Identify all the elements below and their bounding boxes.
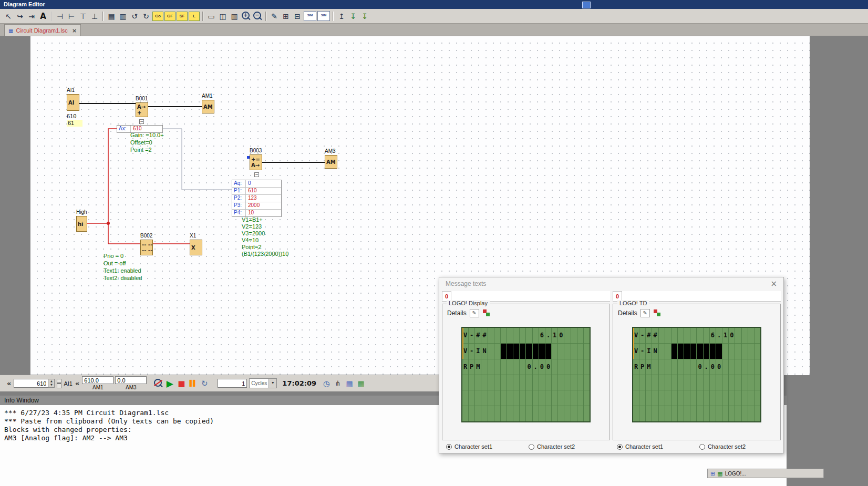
cycles-unit-select[interactable]: Cycles ▾ [249,378,277,388]
lcd-cell[interactable] [481,406,487,421]
dialog-title-bar[interactable]: Message texts × [439,277,783,291]
parameter-value[interactable]: 610 [131,126,162,132]
upload-from-device-icon[interactable]: ↥ [336,11,347,22]
lcd-cell[interactable] [584,359,590,375]
lcd-cell[interactable] [571,344,577,359]
lcd-cell[interactable] [639,406,645,421]
lcd-cell[interactable] [697,328,702,343]
lcd-cell[interactable] [488,375,494,390]
block-AM1[interactable]: AM [202,100,214,113]
lcd-cell[interactable] [678,328,684,343]
block-B001[interactable]: A→+ [136,102,148,117]
lcd-cell[interactable]: P [469,359,474,375]
lcd-cell[interactable] [684,406,690,421]
lcd-cell[interactable] [665,375,671,390]
lcd-cell[interactable] [742,359,748,375]
lcd-cell[interactable]: # [646,328,652,343]
lcd-cell[interactable] [488,406,494,421]
lcd-cell[interactable]: - [469,328,474,343]
lcd-cell[interactable] [729,390,735,406]
lcd-cell[interactable]: M [475,359,481,375]
lcd-cell[interactable] [690,359,696,375]
grid-display-icon[interactable]: ▦ [355,379,367,388]
lcd-cell[interactable] [552,344,557,359]
lcd-cell[interactable] [513,359,519,375]
lcd-cell[interactable] [755,375,760,390]
lcd-cell[interactable] [520,328,525,343]
lcd-cell[interactable] [494,328,500,343]
lcd-cell[interactable] [526,406,532,421]
lcd-cell[interactable] [652,359,658,375]
logosim-icon[interactable]: SIM [304,11,316,21]
lcd-cell[interactable] [564,390,570,406]
lcd-cell[interactable] [513,328,519,343]
clock-icon[interactable]: ◷ [321,379,332,388]
lcd-cell[interactable] [704,406,709,421]
charset-radio-1[interactable]: Character set1 [617,443,699,450]
lcd-cell[interactable] [678,406,684,421]
lcd-cell[interactable] [716,390,722,406]
lcd-cell[interactable] [564,328,570,343]
lcd-cell[interactable]: M [646,359,652,375]
lcd-cell[interactable] [501,406,507,421]
charset-icon[interactable] [482,309,491,317]
lcd-cell[interactable]: N [481,344,487,359]
lcd-cell[interactable]: 0 [716,359,722,375]
lcd-cell[interactable] [552,375,557,390]
block-B003[interactable]: +=A→ [250,154,262,170]
block-AM3[interactable]: AM [325,155,337,169]
lcd-cell[interactable]: 0 [539,359,545,375]
redo-icon[interactable]: ↻ [140,11,152,22]
lcd-cell[interactable] [520,344,525,359]
lcd-cell[interactable] [704,375,709,390]
pause-simulation-button[interactable]: ▌▌ [187,380,199,387]
connector-tool-icon[interactable]: ↪ [14,11,26,22]
lcd-cell[interactable] [652,406,658,421]
lcd-cell[interactable] [659,359,665,375]
lcd-cell[interactable] [469,406,474,421]
lcd-cell[interactable] [513,406,519,421]
lcd-cell[interactable] [494,406,500,421]
lcd-cell[interactable] [507,328,513,343]
lcd-cell[interactable] [507,344,513,359]
lcd-cell[interactable] [729,344,735,359]
lcd-cell[interactable] [571,328,577,343]
lcd-cell[interactable]: 0 [545,359,551,375]
lcd-cell[interactable] [748,406,754,421]
lcd-cell[interactable]: 0 [526,359,532,375]
lcd-cell[interactable] [671,344,677,359]
lcd-cell[interactable] [659,406,665,421]
probe-tree-icon[interactable]: ⋔ [332,379,344,387]
lcd-cell[interactable] [704,344,709,359]
ai1-value-input[interactable] [14,379,48,388]
logosim-network-icon[interactable]: SIM [317,11,330,21]
lcd-cell[interactable] [755,406,760,421]
lcd-cell[interactable] [526,328,532,343]
lcd-cell[interactable] [678,390,684,406]
title-bar[interactable]: Diagram Editor [0,0,868,9]
lcd-cell[interactable]: 6 [539,328,545,343]
lcd-cell[interactable] [533,390,539,406]
lcd-cell[interactable] [507,390,513,406]
lcd-cell[interactable] [533,328,539,343]
lcd-cell[interactable] [697,390,702,406]
lcd-cell[interactable] [488,390,494,406]
lcd-cell[interactable]: . [533,359,539,375]
edit-message-icon[interactable]: ✎ [470,309,479,317]
dock-icon[interactable] [582,2,591,8]
lcd-cell[interactable] [748,344,754,359]
lcd-cell[interactable] [494,390,500,406]
lcd-cell[interactable] [552,359,557,375]
lcd-cell[interactable] [755,328,760,343]
lcd-cell[interactable] [558,359,564,375]
lcd-cell[interactable] [671,390,677,406]
lcd-cell[interactable] [584,390,590,406]
lcd-cell[interactable] [513,344,519,359]
lcd-cell[interactable] [488,328,494,343]
lcd-cell[interactable] [577,328,583,343]
lcd-cell[interactable] [735,406,741,421]
lcd-cell[interactable] [665,344,671,359]
lcd-cell[interactable] [697,375,702,390]
edit-message-icon[interactable]: ✎ [640,309,650,317]
lcd-cell[interactable]: # [481,328,487,343]
